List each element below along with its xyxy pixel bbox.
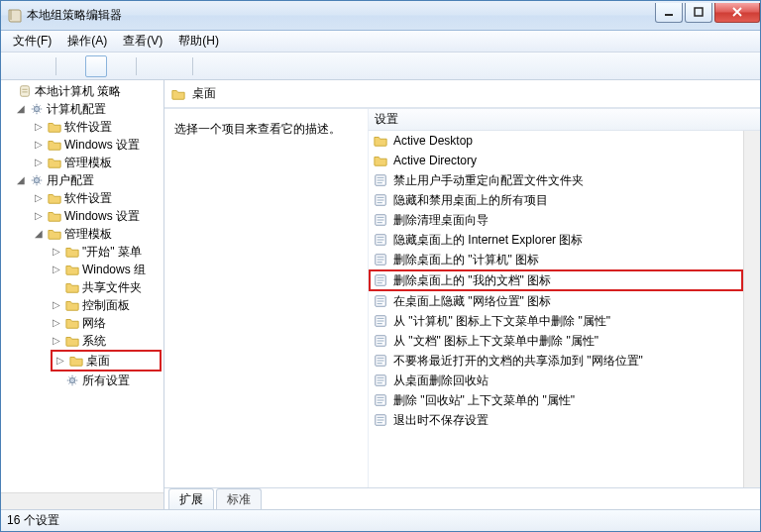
tree-item[interactable]: ▷网络 <box>3 314 162 332</box>
folder-icon <box>373 133 388 149</box>
tree-item[interactable]: ▷控制面板 <box>3 296 162 314</box>
policy-icon <box>373 333 388 349</box>
list-item-label: 删除清理桌面向导 <box>393 212 489 229</box>
list-item[interactable]: 删除 "回收站" 上下文菜单的 "属性" <box>369 390 743 410</box>
tree-item[interactable]: ▷软件设置 <box>3 189 162 207</box>
folder-icon <box>64 297 80 313</box>
folder-icon <box>47 226 62 242</box>
list-item-label: Active Desktop <box>393 134 473 148</box>
folder-icon <box>170 86 186 102</box>
policy-icon <box>373 232 388 248</box>
breadcrumb: 桌面 <box>164 80 760 108</box>
tree-item[interactable]: 共享文件夹 <box>3 278 162 296</box>
list-item[interactable]: 禁止用户手动重定向配置文件文件夹 <box>369 170 743 190</box>
tab-extended[interactable]: 扩展 <box>168 488 214 509</box>
list-item[interactable]: 不要将最近打开的文档的共享添加到 "网络位置" <box>369 351 743 371</box>
list-item[interactable]: 退出时不保存设置 <box>369 410 743 430</box>
tree-item[interactable]: ▷软件设置 <box>3 118 162 136</box>
folder-icon <box>64 315 80 331</box>
show-tree-button[interactable] <box>85 55 107 77</box>
menu-action[interactable]: 操作(A) <box>59 31 115 52</box>
tree-item[interactable]: ▷Windows 设置 <box>3 207 162 225</box>
tree-item[interactable]: ▷Windows 组 <box>3 261 162 278</box>
policy-icon <box>373 192 388 208</box>
menu-help[interactable]: 帮助(H) <box>170 31 227 52</box>
list-column: 设置 Active DesktopActive Directory禁止用户手动重… <box>368 109 760 487</box>
list-item[interactable]: 在桌面上隐藏 "网络位置" 图标 <box>369 291 743 311</box>
back-button[interactable] <box>5 55 27 77</box>
toolbar-separator <box>55 57 56 75</box>
policy-icon <box>373 212 388 228</box>
filter-button[interactable] <box>198 55 220 77</box>
policy-icon <box>373 353 388 369</box>
list-item-label: 不要将最近打开的文档的共享添加到 "网络位置" <box>393 353 643 370</box>
list-item[interactable]: Active Desktop <box>369 131 743 151</box>
tree-item[interactable]: ▷Windows 设置 <box>3 136 162 154</box>
list-item[interactable]: 从 "计算机" 图标上下文菜单中删除 "属性" <box>369 311 743 331</box>
scroll-icon <box>17 83 33 99</box>
list-item-label: Active Directory <box>393 154 477 167</box>
help-button[interactable]: ? <box>142 55 163 77</box>
horizontal-scrollbar[interactable] <box>1 492 163 509</box>
list-item[interactable]: 隐藏桌面上的 Internet Explorer 图标 <box>369 230 743 250</box>
window-title: 本地组策略编辑器 <box>27 7 655 24</box>
toolbar: ? <box>1 53 760 80</box>
forward-button[interactable] <box>29 55 51 77</box>
policy-icon <box>373 272 388 288</box>
folder-icon <box>47 119 62 135</box>
list-item-label: 隐藏和禁用桌面上的所有项目 <box>393 192 548 209</box>
app-icon <box>7 8 23 24</box>
menu-view[interactable]: 查看(V) <box>115 31 170 52</box>
toolbar-separator <box>192 57 193 75</box>
menu-file[interactable]: 文件(F) <box>5 31 59 52</box>
tree-view[interactable]: 本地计算机 策略 ◢计算机配置 ▷软件设置 ▷Windows 设置 ▷管理模板 … <box>1 80 163 492</box>
window-root: 本地组策略编辑器 文件(F) 操作(A) 查看(V) 帮助(H) ? 本地计算机… <box>0 0 761 532</box>
list-item[interactable]: 隐藏和禁用桌面上的所有项目 <box>369 190 743 210</box>
properties-button[interactable] <box>165 55 187 77</box>
export-list-button[interactable] <box>109 55 131 77</box>
tree-item[interactable]: ▷系统 <box>3 332 162 350</box>
description-text: 选择一个项目来查看它的描述。 <box>174 122 341 136</box>
folder-icon <box>64 333 80 349</box>
list-item-label: 删除桌面上的 "我的文档" 图标 <box>393 272 551 289</box>
statusbar: 16 个设置 <box>1 509 760 531</box>
policy-icon <box>373 313 388 329</box>
folder-icon <box>68 353 84 369</box>
settings-icon <box>64 372 80 388</box>
policy-icon <box>373 293 388 309</box>
policy-icon <box>373 252 388 267</box>
vertical-scrollbar[interactable] <box>743 131 760 487</box>
up-button[interactable] <box>61 55 83 77</box>
list-item[interactable]: 删除清理桌面向导 <box>369 210 743 230</box>
folder-icon <box>47 190 62 206</box>
status-text: 16 个设置 <box>7 512 59 529</box>
tree-user-config[interactable]: ◢用户配置 <box>3 171 162 189</box>
toolbar-separator <box>136 57 137 75</box>
column-header-settings[interactable]: 设置 <box>368 109 760 131</box>
policy-icon <box>373 392 388 408</box>
tree-item[interactable]: ◢管理模板 <box>3 225 162 243</box>
list-item[interactable]: 删除桌面上的 "计算机" 图标 <box>369 250 743 269</box>
description-column: 选择一个项目来查看它的描述。 <box>164 109 368 487</box>
list-item[interactable]: 从 "文档" 图标上下文菜单中删除 "属性" <box>369 331 743 351</box>
minimize-button[interactable] <box>655 3 683 23</box>
tree-item[interactable]: ▷管理模板 <box>3 154 162 171</box>
tree-computer-config[interactable]: ◢计算机配置 <box>3 100 162 118</box>
titlebar[interactable]: 本地组策略编辑器 <box>1 1 760 31</box>
folder-icon <box>47 137 62 153</box>
tree-root[interactable]: 本地计算机 策略 <box>3 82 162 100</box>
close-button[interactable] <box>714 3 760 23</box>
folder-icon <box>64 244 80 260</box>
tree-item[interactable]: ▷"开始" 菜单 <box>3 243 162 261</box>
list-item[interactable]: 删除桌面上的 "我的文档" 图标 <box>369 269 743 291</box>
tree-desktop-highlighted[interactable]: ▷桌面 <box>51 350 162 372</box>
list-view[interactable]: Active DesktopActive Directory禁止用户手动重定向配… <box>368 131 743 487</box>
tree-item[interactable]: 所有设置 <box>3 372 162 389</box>
list-item[interactable]: Active Directory <box>369 151 743 170</box>
maximize-button[interactable] <box>685 3 712 23</box>
folder-icon <box>64 262 80 277</box>
folder-icon <box>64 279 80 295</box>
list-item[interactable]: 从桌面删除回收站 <box>369 371 743 390</box>
list-item-label: 从 "计算机" 图标上下文菜单中删除 "属性" <box>393 313 610 330</box>
tab-standard[interactable]: 标准 <box>216 488 262 509</box>
